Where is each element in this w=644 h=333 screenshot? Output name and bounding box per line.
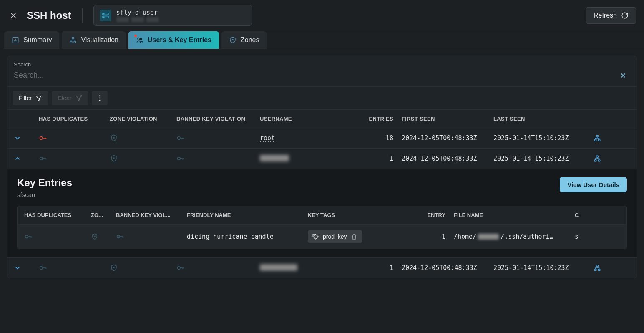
svg-rect-17 <box>596 135 599 137</box>
col-zone-violation: ZONE VIOLATION <box>110 116 176 122</box>
col-first-seen: FIRST SEEN <box>402 116 493 122</box>
username-cell[interactable]: root <box>260 134 352 142</box>
svg-point-27 <box>94 236 95 237</box>
svg-point-28 <box>117 235 120 238</box>
key-icon <box>39 154 110 163</box>
tag-icon <box>312 233 319 240</box>
table-row[interactable]: 1 2024-12-05T00:48:33Z 2025-01-14T15:10:… <box>7 148 637 169</box>
more-button[interactable] <box>92 91 108 105</box>
svg-point-3 <box>103 17 104 17</box>
tree-icon[interactable] <box>594 134 619 142</box>
key-icon <box>39 134 110 142</box>
delete-tag-icon[interactable] <box>350 233 358 240</box>
search-label: Search <box>14 61 630 68</box>
dashboard-icon <box>12 36 19 44</box>
username-cell <box>260 264 352 272</box>
key-icon <box>176 134 260 142</box>
shield-icon <box>110 134 176 142</box>
svg-rect-24 <box>594 160 596 161</box>
last-seen-cell: 2025-01-14T15:10:23Z <box>493 155 594 162</box>
inner-table-row[interactable]: dicing hurricane candle prod_key 1 /home… <box>18 225 626 249</box>
chevron-up-icon <box>14 155 21 162</box>
friendly-name-cell: dicing hurricane candle <box>187 233 308 240</box>
shield-icon <box>110 264 176 272</box>
c-cell: s <box>575 233 591 240</box>
col-username: USERNAME <box>260 116 352 122</box>
col-key-tags: KEY TAGS <box>308 212 420 218</box>
filter-icon <box>35 94 43 102</box>
svg-point-30 <box>40 267 43 270</box>
expand-toggle[interactable] <box>14 155 39 162</box>
svg-point-26 <box>25 235 28 238</box>
table-row[interactable]: root 18 2024-12-05T00:48:33Z 2025-01-14T… <box>7 128 637 148</box>
col-friendly-name: FRIENDLY NAME <box>187 212 308 218</box>
entries-cell: 1 <box>352 264 402 272</box>
host-name: sfly-d-user <box>116 9 159 16</box>
view-user-details-button[interactable]: View User Details <box>560 177 627 192</box>
svg-rect-33 <box>596 265 599 267</box>
col-has-duplicates: HAS DUPLICATES <box>24 212 91 218</box>
tab-visualization[interactable]: Visualization <box>62 31 126 49</box>
key-icon <box>24 232 91 241</box>
entry-cell: 1 <box>420 233 454 240</box>
expand-toggle[interactable] <box>14 134 39 142</box>
svg-point-8 <box>138 38 140 40</box>
col-zone: ZO... <box>91 212 116 218</box>
col-has-duplicates: HAS DUPLICATES <box>39 116 110 122</box>
col-banned: BANNED KEY VIOL... <box>116 212 187 218</box>
refresh-button[interactable]: Refresh <box>586 7 636 24</box>
svg-point-2 <box>103 14 104 14</box>
clear-button[interactable]: Clear <box>52 91 88 105</box>
svg-rect-35 <box>598 269 600 271</box>
more-vertical-icon <box>96 94 103 102</box>
svg-rect-19 <box>598 139 600 141</box>
tag[interactable]: prod_key <box>308 230 362 243</box>
svg-rect-6 <box>70 41 73 43</box>
svg-point-10 <box>232 39 233 40</box>
svg-point-32 <box>178 267 181 270</box>
svg-point-21 <box>113 158 114 159</box>
col-banned-key: BANNED KEY VIOLATION <box>176 116 260 122</box>
first-seen-cell: 2024-12-05T00:48:33Z <box>402 134 493 142</box>
svg-rect-5 <box>72 37 74 39</box>
file-name-cell: /home/ /.ssh/authori… <box>454 233 575 240</box>
server-icon <box>100 10 111 21</box>
tabs: Summary Visualization Users & Key Entrie… <box>0 31 644 49</box>
svg-point-9 <box>140 38 142 40</box>
key-tags-cell: prod_key <box>308 230 420 243</box>
key-icon <box>176 154 260 163</box>
svg-rect-34 <box>594 269 596 271</box>
search-clear-icon[interactable] <box>616 70 630 81</box>
tab-zones[interactable]: Zones <box>221 31 267 49</box>
shield-icon <box>110 154 176 163</box>
col-last-seen: LAST SEEN <box>493 116 594 122</box>
svg-rect-23 <box>596 156 599 157</box>
expand-toggle[interactable] <box>14 264 39 272</box>
key-icon <box>39 264 110 272</box>
divider <box>82 8 83 23</box>
last-seen-cell: 2025-01-14T15:10:23Z <box>493 264 594 272</box>
svg-point-13 <box>99 100 100 101</box>
users-icon <box>136 36 143 44</box>
tab-users-key-entries[interactable]: Users & Key Entries <box>128 31 219 49</box>
search-input[interactable] <box>14 69 616 81</box>
shield-icon <box>91 233 116 240</box>
username-cell <box>260 155 352 163</box>
host-chip[interactable]: sfly-d-user <box>93 5 252 26</box>
tab-summary[interactable]: Summary <box>4 31 59 49</box>
inner-table-header: HAS DUPLICATES ZO... BANNED KEY VIOL... … <box>18 206 626 225</box>
page-title: SSH host <box>27 10 71 21</box>
table-row[interactable]: 1 2024-12-05T00:48:33Z 2025-01-14T15:10:… <box>7 257 637 278</box>
host-sub-redacted <box>116 17 159 22</box>
last-seen-cell: 2025-01-14T15:10:23Z <box>493 134 594 142</box>
svg-point-16 <box>178 137 181 140</box>
chevron-down-icon <box>14 264 21 272</box>
filter-clear-icon <box>75 94 83 102</box>
tree-icon[interactable] <box>594 264 619 272</box>
sitemap-icon <box>69 36 77 44</box>
filter-button[interactable]: Filter <box>13 91 48 105</box>
sub-title: Key Entries <box>17 177 72 189</box>
svg-point-11 <box>99 95 100 96</box>
close-button[interactable] <box>8 10 19 21</box>
tree-icon[interactable] <box>594 155 619 162</box>
